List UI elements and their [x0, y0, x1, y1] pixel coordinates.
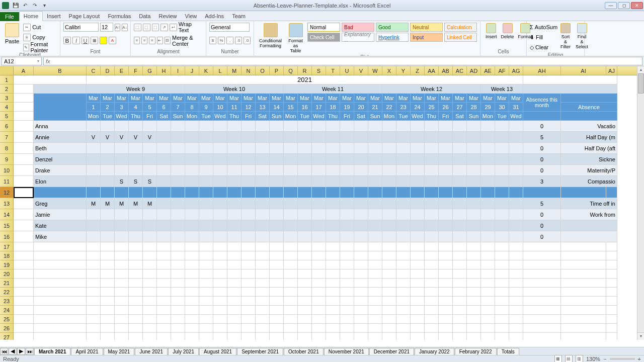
sheet-tab-august-2021[interactable]: August 2021	[199, 348, 236, 355]
sheet-tab-june-2021[interactable]: June 2021	[135, 348, 168, 355]
cell[interactable]	[129, 242, 143, 251]
selected-row-cell[interactable]	[34, 187, 87, 198]
week-label[interactable]: Week 13	[481, 84, 523, 94]
absence-cell[interactable]	[129, 209, 143, 220]
cell[interactable]	[185, 242, 199, 251]
cell[interactable]	[227, 288, 242, 297]
selected-row-cell[interactable]	[481, 187, 495, 198]
row-header-21[interactable]: 21	[0, 279, 14, 288]
decrease-indent-icon[interactable]: ⇤	[157, 37, 163, 44]
absence-cell[interactable]	[270, 165, 284, 176]
row-header-10[interactable]: 10	[0, 165, 14, 176]
cell[interactable]	[425, 279, 439, 288]
cell[interactable]	[270, 315, 284, 324]
absence-cell[interactable]	[171, 143, 185, 154]
col-header-F[interactable]: F	[129, 66, 143, 75]
day-header[interactable]: Mar	[298, 94, 312, 103]
col-header-E[interactable]: E	[115, 66, 129, 75]
cell[interactable]	[326, 279, 340, 288]
cell[interactable]	[284, 288, 298, 297]
cell[interactable]	[101, 315, 115, 324]
cell[interactable]	[199, 306, 213, 315]
absence-cell[interactable]	[382, 121, 396, 132]
selected-row-cell[interactable]	[312, 187, 326, 198]
sheet-tab-december-2021[interactable]: December 2021	[369, 348, 414, 355]
absence-cell[interactable]	[340, 231, 354, 242]
cell[interactable]	[115, 279, 129, 288]
selected-row-cell[interactable]	[284, 187, 298, 198]
cell[interactable]	[382, 324, 396, 333]
absence-cell[interactable]	[242, 165, 256, 176]
absence-cell[interactable]	[171, 165, 185, 176]
cell[interactable]	[14, 288, 34, 297]
cell[interactable]	[561, 260, 606, 269]
cell[interactable]	[340, 279, 354, 288]
absence-cell[interactable]	[467, 176, 481, 187]
absence-cell[interactable]	[368, 132, 382, 143]
cell[interactable]	[312, 297, 326, 306]
cell[interactable]	[439, 260, 453, 269]
cell[interactable]	[298, 260, 312, 269]
absence-cell[interactable]	[213, 209, 227, 220]
style-bad[interactable]: Bad	[342, 23, 374, 32]
cell[interactable]	[453, 333, 467, 340]
day-header[interactable]: 10	[213, 103, 227, 112]
absence-cell[interactable]	[284, 209, 298, 220]
cell[interactable]	[171, 242, 185, 251]
cell[interactable]	[256, 242, 270, 251]
cell[interactable]	[396, 269, 411, 279]
cell[interactable]	[101, 333, 115, 340]
absence-cell[interactable]	[270, 154, 284, 165]
cell[interactable]	[87, 251, 101, 260]
person-name[interactable]: Annie	[34, 132, 87, 143]
cell[interactable]	[199, 269, 213, 279]
person-name[interactable]: Drake	[34, 165, 87, 176]
cell[interactable]	[213, 242, 227, 251]
cell[interactable]	[495, 324, 509, 333]
absence-cell[interactable]	[87, 231, 101, 242]
absence-cell[interactable]	[312, 176, 326, 187]
cell[interactable]	[284, 242, 298, 251]
cell[interactable]	[340, 333, 354, 340]
absence-cell[interactable]	[481, 143, 495, 154]
menu-tab-review[interactable]: Review	[154, 12, 181, 21]
absence-cell[interactable]	[467, 121, 481, 132]
day-header[interactable]: Sun	[270, 112, 284, 121]
absence-cell[interactable]	[171, 176, 185, 187]
row-header-5[interactable]: 5	[0, 112, 14, 121]
day-header[interactable]: Thu	[326, 112, 340, 121]
absence-cell[interactable]	[256, 143, 270, 154]
cell[interactable]	[354, 260, 368, 269]
absence-cell[interactable]	[509, 154, 523, 165]
cell[interactable]	[115, 333, 129, 340]
cell[interactable]	[561, 288, 606, 297]
cell[interactable]	[467, 333, 481, 340]
cell[interactable]	[284, 297, 298, 306]
day-header[interactable]: 3	[115, 103, 129, 112]
absence-cell[interactable]	[453, 220, 467, 231]
cell[interactable]	[143, 297, 157, 306]
absence-cell[interactable]	[284, 121, 298, 132]
cell[interactable]	[284, 306, 298, 315]
cell[interactable]	[396, 324, 411, 333]
cell[interactable]	[157, 251, 171, 260]
cell[interactable]	[199, 251, 213, 260]
absence-total[interactable]: 5	[523, 132, 561, 143]
delete-cells-button[interactable]: Delete	[499, 22, 516, 40]
cell[interactable]	[439, 242, 453, 251]
cell[interactable]	[481, 306, 495, 315]
absence-cell[interactable]	[227, 198, 242, 209]
file-tab[interactable]: File	[0, 12, 19, 21]
cell[interactable]	[326, 242, 340, 251]
cell[interactable]	[284, 324, 298, 333]
day-header[interactable]: Mar	[256, 94, 270, 103]
day-header[interactable]: Tue	[199, 112, 213, 121]
day-header[interactable]: Mar	[509, 94, 523, 103]
col-header-G[interactable]: G	[143, 66, 157, 75]
cell[interactable]	[467, 288, 481, 297]
col-header-W[interactable]: W	[368, 66, 382, 75]
cell[interactable]	[14, 333, 34, 340]
cell[interactable]	[256, 297, 270, 306]
absence-cell[interactable]	[242, 121, 256, 132]
absence-cell[interactable]	[143, 143, 157, 154]
